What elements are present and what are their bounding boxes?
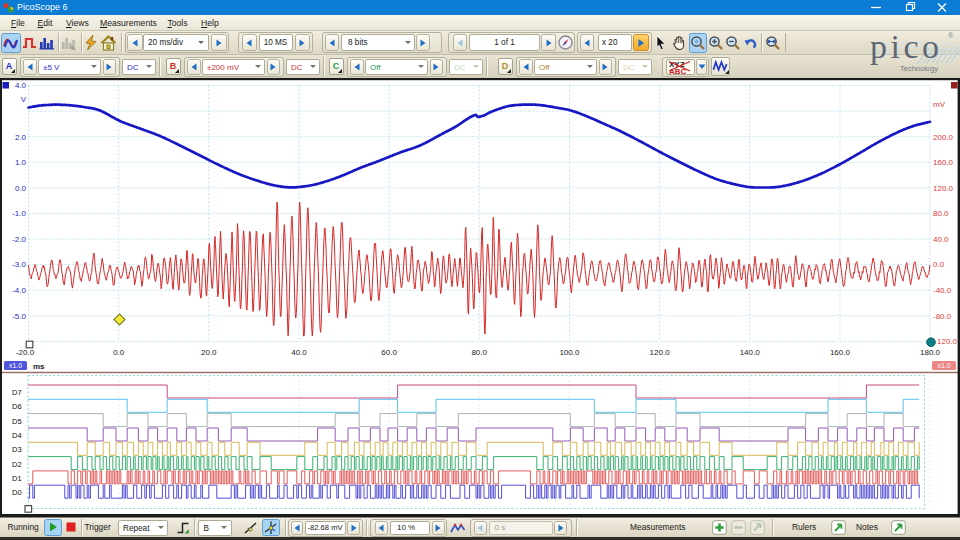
svg-text:D6: D6	[12, 402, 22, 411]
svg-text:120.0: 120.0	[650, 348, 671, 357]
svg-text:-2.0: -2.0	[12, 235, 26, 244]
svg-text:®: ®	[948, 32, 954, 39]
svg-text:0.0: 0.0	[15, 184, 27, 193]
svg-text:Technology: Technology	[900, 64, 938, 73]
svg-text:40.0: 40.0	[291, 348, 307, 357]
svg-text:-3.0: -3.0	[12, 260, 26, 269]
svg-text:100.0: 100.0	[559, 348, 580, 357]
svg-text:D1: D1	[12, 474, 22, 483]
svg-text:D7: D7	[12, 388, 22, 397]
svg-text:140.0: 140.0	[740, 348, 761, 357]
svg-text:40.0: 40.0	[933, 235, 949, 244]
svg-text:1.0: 1.0	[15, 158, 27, 167]
svg-text:180.0: 180.0	[920, 348, 941, 357]
svg-text:160.0: 160.0	[830, 348, 851, 357]
svg-text:D4: D4	[12, 431, 22, 440]
svg-text:D2: D2	[12, 460, 22, 469]
svg-text:ms: ms	[33, 362, 45, 371]
svg-text:-1.0: -1.0	[12, 209, 26, 218]
svg-text:-4.0: -4.0	[12, 286, 26, 295]
svg-text:120.0: 120.0	[933, 184, 954, 193]
svg-text:0.0: 0.0	[113, 348, 125, 357]
svg-text:-40.0: -40.0	[933, 286, 952, 295]
svg-text:120.0: 120.0	[937, 337, 958, 346]
svg-text:pico: pico	[870, 30, 943, 65]
svg-text:-5.0: -5.0	[12, 312, 26, 321]
svg-text:2.0: 2.0	[15, 133, 27, 142]
svg-text:60.0: 60.0	[381, 348, 397, 357]
svg-text:D5: D5	[12, 417, 22, 426]
svg-text:4.0: 4.0	[15, 81, 27, 90]
svg-text:-80.0: -80.0	[933, 312, 952, 321]
svg-text:x1.0: x1.0	[9, 362, 22, 369]
svg-text:D0: D0	[12, 488, 22, 497]
svg-text:0.0: 0.0	[933, 260, 945, 269]
svg-text:160.0: 160.0	[933, 158, 954, 167]
svg-text:200.0: 200.0	[933, 133, 954, 142]
svg-text:20.0: 20.0	[201, 348, 217, 357]
svg-text:80.0: 80.0	[933, 209, 949, 218]
svg-text:mV: mV	[933, 100, 946, 109]
svg-text:D3: D3	[12, 445, 22, 454]
svg-text:x1.0: x1.0	[937, 362, 950, 369]
svg-text:80.0: 80.0	[471, 348, 487, 357]
svg-text:-20.0: -20.0	[16, 348, 35, 357]
svg-text:V: V	[21, 95, 27, 104]
